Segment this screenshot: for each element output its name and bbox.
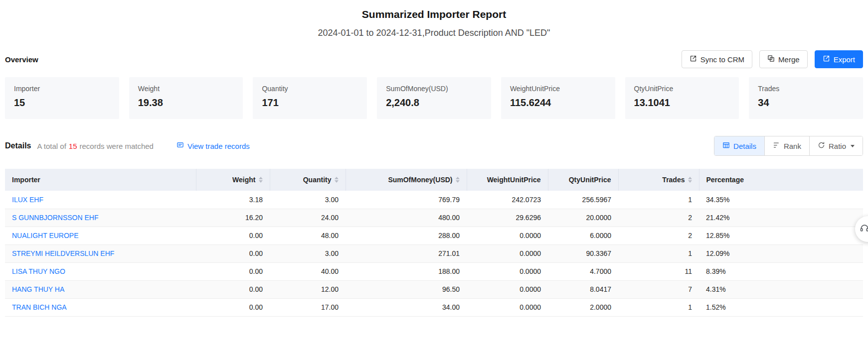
card-importer: Importer 15 [5, 77, 119, 119]
col-header-quantity[interactable]: Quantity [270, 169, 346, 191]
tab-ratio[interactable]: Ratio [809, 136, 863, 155]
table-row: ILUX EHF3.183.00769.79242.0723256.596713… [5, 191, 863, 209]
card-sum-of-money: SumOfMoney(USD) 2,240.8 [377, 77, 491, 119]
col-header-label: QtyUnitPrice [569, 176, 611, 184]
view-trade-records-label: View trade records [187, 142, 250, 150]
quantity-cell: 17.00 [270, 298, 346, 316]
col-header-sum-of-money[interactable]: SumOfMoney(USD) [346, 169, 467, 191]
details-toolbar: Details A total of 15 records were match… [0, 136, 868, 156]
sort-icon[interactable] [688, 177, 692, 183]
sum-of-money-cell: 188.00 [346, 262, 467, 280]
sum-of-money-cell: 271.01 [346, 244, 467, 262]
matched-prefix: A total of [37, 142, 66, 150]
col-header-label: Weight [232, 176, 255, 184]
trades-cell: 1 [618, 244, 699, 262]
weight-unit-price-cell: 0.0000 [467, 227, 548, 244]
col-header-label: Importer [12, 176, 40, 184]
sum-of-money-cell: 769.79 [346, 191, 467, 209]
col-header-importer: Importer [5, 169, 196, 191]
card-quantity: Quantity 171 [253, 77, 367, 119]
trade-records-icon [176, 141, 184, 150]
weight-unit-price-cell: 0.0000 [467, 280, 548, 298]
table-row: STREYMI HEILDVERSLUN EHF0.003.00271.010.… [5, 244, 863, 262]
weight-unit-price-cell: 0.0000 [467, 262, 548, 280]
table-header-row: Importer Weight Quantity SumOfMoney(USD) [5, 169, 863, 191]
importer-link[interactable]: ILUX EHF [12, 196, 43, 204]
card-weight-unit-price: WeightUnitPrice 115.6244 [501, 77, 615, 119]
tab-details[interactable]: Details [714, 136, 764, 155]
overview-cards: Importer 15 Weight 19.38 Quantity 171 Su… [0, 77, 868, 119]
card-value: 15 [14, 97, 110, 109]
sort-icon[interactable] [456, 177, 460, 183]
weight-cell: 0.00 [196, 262, 270, 280]
col-header-weight[interactable]: Weight [196, 169, 270, 191]
export-icon [823, 55, 830, 64]
weight-cell: 0.00 [196, 280, 270, 298]
summarized-importer-report-page: Summarized Importer Report 2024-01-01 to… [0, 0, 868, 356]
table-grid-icon [722, 141, 730, 150]
qty-unit-price-cell: 90.3367 [548, 244, 618, 262]
tab-rank-label: Rank [784, 142, 801, 150]
tab-details-label: Details [733, 142, 756, 150]
importer-link[interactable]: S GUNNBJORNSSON EHF [12, 214, 98, 222]
importer-link[interactable]: STREYMI HEILDVERSLUN EHF [12, 249, 114, 257]
merge-button[interactable]: Merge [759, 50, 808, 68]
qty-unit-price-cell: 6.0000 [548, 227, 618, 244]
refresh-icon [818, 141, 825, 150]
card-trades: Trades 34 [749, 77, 863, 119]
importer-link[interactable]: LISA THUY NGO [12, 267, 65, 275]
export-button[interactable]: Export [815, 50, 863, 68]
rank-icon [773, 141, 780, 150]
sum-of-money-cell: 288.00 [346, 227, 467, 244]
card-value: 13.1041 [634, 97, 730, 109]
quantity-cell: 48.00 [270, 227, 346, 244]
trades-cell: 1 [618, 298, 699, 316]
table-row: TRAN BICH NGA0.0017.0034.000.00002.00001… [5, 298, 863, 316]
quantity-cell: 3.00 [270, 244, 346, 262]
qty-unit-price-cell: 256.5967 [548, 191, 618, 209]
matched-records-text: A total of 15 records were matched [37, 142, 153, 150]
qty-unit-price-cell: 4.7000 [548, 262, 618, 280]
importer-link[interactable]: HANG THUY HA [12, 285, 64, 293]
view-trade-records-link[interactable]: View trade records [176, 141, 250, 150]
col-header-trades[interactable]: Trades [618, 169, 699, 191]
details-table-wrap: Importer Weight Quantity SumOfMoney(USD) [0, 169, 868, 317]
card-label: WeightUnitPrice [510, 85, 606, 93]
col-header-weight-unit-price: WeightUnitPrice [467, 169, 548, 191]
quantity-cell: 12.00 [270, 280, 346, 298]
matched-suffix: records were matched [80, 142, 154, 150]
sort-icon[interactable] [335, 177, 339, 183]
importer-link[interactable]: NUALIGHT EUROPE [12, 232, 79, 239]
weight-unit-price-cell: 242.0723 [467, 191, 548, 209]
importer-table: Importer Weight Quantity SumOfMoney(USD) [5, 169, 863, 317]
percentage-cell: 34.35% [699, 191, 863, 209]
tab-rank[interactable]: Rank [764, 136, 809, 155]
sort-icon[interactable] [259, 177, 263, 183]
sync-to-crm-button[interactable]: Sync to CRM [682, 50, 752, 68]
matched-count: 15 [69, 142, 77, 150]
overview-section-title: Overview [5, 55, 38, 64]
sum-of-money-cell: 96.50 [346, 280, 467, 298]
col-header-label: WeightUnitPrice [487, 176, 541, 184]
report-subtitle: 2024-01-01 to 2024-12-31,Product Descrip… [0, 28, 868, 38]
report-header: Summarized Importer Report 2024-01-01 to… [0, 0, 868, 38]
percentage-cell: 12.09% [699, 244, 863, 262]
merge-icon [767, 55, 775, 64]
col-header-label: Trades [662, 176, 685, 184]
card-value: 19.38 [138, 97, 234, 109]
trades-cell: 1 [618, 191, 699, 209]
importer-link[interactable]: TRAN BICH NGA [12, 303, 67, 311]
card-value: 171 [262, 97, 358, 109]
card-label: Quantity [262, 85, 358, 93]
weight-unit-price-cell: 0.0000 [467, 244, 548, 262]
col-header-label: Percentage [706, 176, 744, 184]
sum-of-money-cell: 480.00 [346, 209, 467, 227]
card-label: SumOfMoney(USD) [386, 85, 482, 93]
export-label: Export [834, 55, 855, 64]
view-switch-group: Details Rank Ratio [714, 136, 863, 156]
overview-toolbar: Overview Sync to CRM Merge Export [0, 50, 868, 68]
card-label: Importer [14, 85, 110, 93]
importer-cell: LISA THUY NGO [5, 262, 196, 280]
merge-label: Merge [778, 55, 800, 64]
col-header-qty-unit-price: QtyUnitPrice [548, 169, 618, 191]
